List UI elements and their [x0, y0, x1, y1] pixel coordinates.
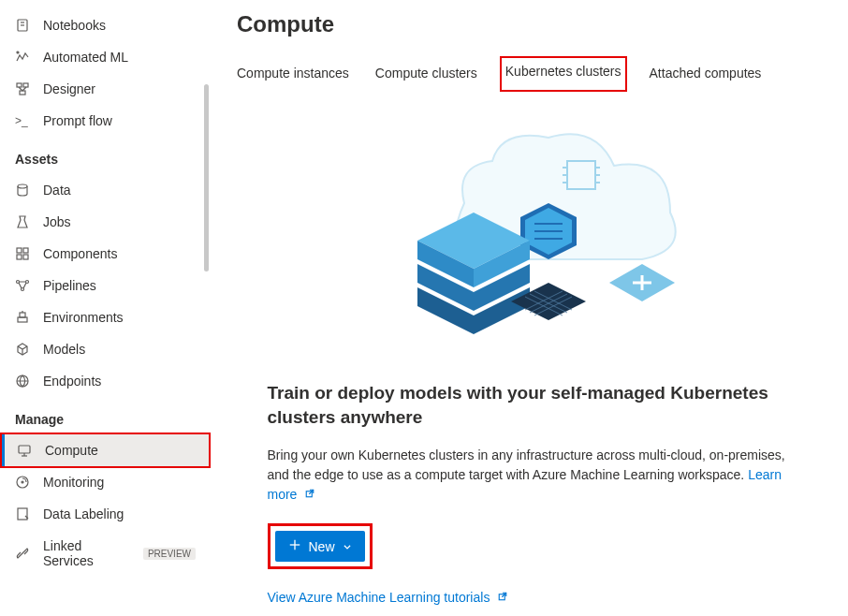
sidebar-item-monitoring[interactable]: Monitoring	[0, 466, 211, 498]
sidebar-item-linkedservices[interactable]: Linked Services PREVIEW	[0, 530, 211, 577]
sidebar-item-components[interactable]: Components	[0, 238, 211, 270]
promptflow-icon: >_	[15, 113, 30, 128]
datalabeling-icon	[15, 506, 30, 521]
svg-point-10	[18, 184, 27, 188]
sidebar-item-notebooks[interactable]: Notebooks	[0, 9, 211, 41]
sidebar-item-label: Pipelines	[43, 278, 96, 293]
sidebar-item-environments[interactable]: Environments	[0, 301, 211, 333]
sidebar-item-label: Endpoints	[43, 374, 101, 389]
main-content: Compute Compute instances Compute cluste…	[211, 0, 848, 616]
sidebar-section-manage: Manage	[0, 397, 211, 434]
sidebar-item-label: Notebooks	[43, 18, 106, 33]
content: Train or deploy models with your self-ma…	[237, 110, 822, 616]
endpoints-icon	[15, 374, 30, 389]
sidebar-item-models[interactable]: Models	[0, 333, 211, 365]
svg-point-26	[22, 481, 23, 483]
hero-description: Bring your own Kubernetes clusters in an…	[268, 446, 792, 505]
automl-icon	[15, 50, 30, 65]
sidebar-item-label: Data Labeling	[43, 506, 124, 521]
compute-icon	[17, 443, 32, 458]
environments-icon	[15, 310, 30, 325]
sidebar-item-label: Designer	[43, 81, 95, 96]
svg-rect-18	[18, 317, 27, 322]
sidebar-item-label: Compute	[45, 443, 98, 458]
sidebar-item-label: Components	[43, 246, 117, 261]
sidebar-item-endpoints[interactable]: Endpoints	[0, 365, 211, 397]
svg-rect-22	[19, 446, 30, 453]
sidebar-item-designer[interactable]: Designer	[0, 73, 211, 105]
designer-icon	[15, 81, 30, 96]
sidebar-item-jobs[interactable]: Jobs	[0, 206, 211, 238]
sidebar-item-label: Prompt flow	[43, 113, 112, 128]
svg-rect-4	[17, 83, 22, 87]
components-icon	[15, 246, 30, 261]
sidebar-item-datalabeling[interactable]: Data Labeling	[0, 498, 211, 530]
sidebar-item-label: Monitoring	[43, 475, 104, 490]
sidebar: Notebooks Automated ML Designer >_ Promp…	[0, 0, 211, 616]
tab-compute-instances[interactable]: Compute instances	[237, 58, 349, 90]
helper-links: View Azure Machine Learning tutorials Vi…	[268, 590, 792, 616]
external-link-icon	[304, 488, 315, 504]
new-button-highlight: New	[268, 523, 373, 569]
sidebar-item-label: Automated ML	[43, 50, 128, 65]
linkedservices-icon	[15, 546, 30, 561]
pipelines-icon	[15, 278, 30, 293]
tab-compute-clusters[interactable]: Compute clusters	[375, 58, 477, 90]
tab-attached-computes[interactable]: Attached computes	[650, 58, 762, 90]
sidebar-item-data[interactable]: Data	[0, 174, 211, 206]
notebook-icon	[15, 18, 30, 33]
new-button[interactable]: New	[275, 531, 365, 562]
svg-marker-48	[511, 283, 586, 320]
kubernetes-illustration	[352, 119, 708, 362]
svg-point-3	[17, 51, 19, 53]
svg-rect-13	[17, 255, 22, 259]
monitoring-icon	[15, 475, 30, 490]
hero-content: Train or deploy models with your self-ma…	[268, 381, 792, 616]
sidebar-item-automl[interactable]: Automated ML	[0, 41, 211, 73]
plus-icon	[288, 538, 301, 554]
models-icon	[15, 342, 30, 357]
sidebar-section-assets: Assets	[0, 137, 211, 174]
tab-kubernetes-clusters[interactable]: Kubernetes clusters	[500, 56, 627, 92]
data-icon	[15, 183, 30, 198]
sidebar-item-compute[interactable]: Compute	[0, 433, 211, 468]
svg-text:>_: >_	[15, 114, 28, 127]
svg-rect-12	[23, 248, 28, 253]
svg-rect-5	[23, 83, 28, 87]
sidebar-item-label: Jobs	[43, 214, 71, 229]
tutorials-link[interactable]: View Azure Machine Learning tutorials	[268, 590, 792, 605]
sidebar-item-pipelines[interactable]: Pipelines	[0, 270, 211, 301]
scrollbar[interactable]	[204, 84, 209, 271]
jobs-icon	[15, 214, 30, 229]
sidebar-item-label: Environments	[43, 310, 124, 325]
external-link-icon	[497, 591, 508, 604]
sidebar-item-label: Data	[43, 183, 71, 198]
svg-rect-27	[18, 508, 27, 520]
chevron-down-icon	[343, 539, 352, 554]
sidebar-item-label: Linked Services	[43, 538, 126, 568]
hero-title: Train or deploy models with your self-ma…	[268, 381, 792, 429]
tabs: Compute instances Compute clusters Kuber…	[237, 58, 822, 91]
svg-rect-11	[17, 248, 22, 253]
svg-rect-6	[20, 91, 25, 95]
preview-badge: PREVIEW	[143, 548, 196, 560]
svg-rect-14	[23, 255, 28, 259]
svg-rect-19	[20, 313, 25, 317]
page-title: Compute	[237, 11, 822, 37]
sidebar-item-promptflow[interactable]: >_ Prompt flow	[0, 105, 211, 137]
sidebar-item-label: Models	[43, 342, 85, 357]
